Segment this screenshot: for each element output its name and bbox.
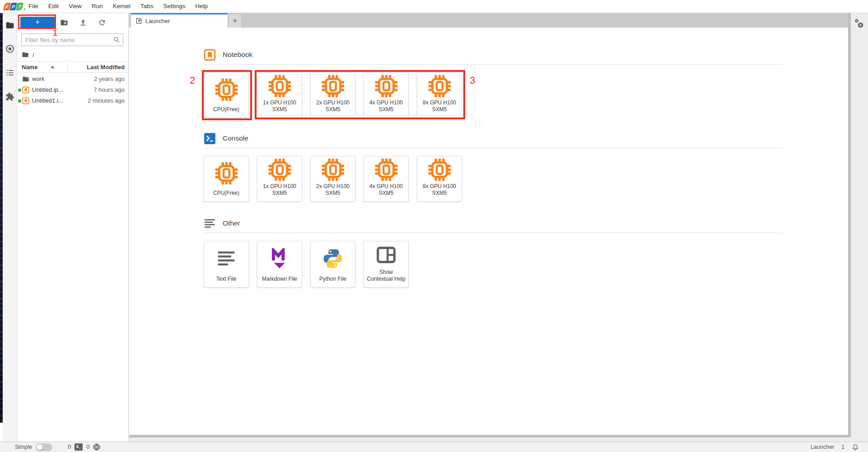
- launcher-card-console-8x-gpu-h100[interactable]: 8x GPU H100 SXM5: [417, 156, 462, 202]
- section-divider: [204, 148, 782, 148]
- menu-items: File Edit View Run Kernel Tabs Settings …: [23, 0, 213, 13]
- new-launcher-button[interactable]: +: [20, 17, 55, 28]
- file-row-untitled-ipynb[interactable]: Untitled.ip... 7 hours ago: [17, 85, 129, 95]
- menu-item-run[interactable]: Run: [87, 0, 108, 13]
- kernel-chip-icon[interactable]: [93, 443, 100, 451]
- cpu-chip-icon: [428, 73, 452, 99]
- card-label: 8x GPU H100 SXM5: [423, 183, 456, 197]
- sort-ascending-icon: [51, 66, 55, 68]
- settings-gears-button[interactable]: [854, 19, 866, 30]
- activity-bar: [3, 13, 17, 442]
- cpu-chip-icon: [428, 156, 452, 183]
- launcher-card-python-file[interactable]: Python File: [310, 241, 355, 287]
- file-browser-panel: + / Name Last Modified work 2 years ago …: [17, 13, 129, 442]
- column-header-name[interactable]: Name: [22, 64, 37, 71]
- launcher-tab-icon: [135, 18, 142, 24]
- right-sidebar-strip: [851, 13, 868, 442]
- launcher-card-console-4x-gpu-h100[interactable]: 4x GPU H100 SXM5: [364, 156, 409, 202]
- sidebar-tab-running-sessions[interactable]: [5, 44, 14, 53]
- section-title: Other: [223, 219, 240, 227]
- file-listing-header: Name Last Modified: [17, 61, 129, 73]
- cpu-chip-icon: [268, 156, 292, 183]
- tab-label: Launcher: [145, 18, 170, 24]
- card-label: Python File: [319, 276, 346, 283]
- filter-files-box: [21, 33, 123, 46]
- notebook-icon: [22, 97, 29, 104]
- column-header-last-modified[interactable]: Last Modified: [87, 64, 125, 71]
- markdown-icon: [270, 241, 289, 276]
- bell-icon[interactable]: [852, 443, 859, 451]
- contextual-help-icon: [376, 241, 396, 269]
- running-kernel-dot: [18, 89, 21, 92]
- menu-item-help[interactable]: Help: [190, 0, 213, 13]
- card-label: 4x GPU H100 SXM5: [369, 183, 403, 197]
- card-label: 8x GPU H100 SXM5: [423, 99, 456, 113]
- launcher-card-console-1x-gpu-h100[interactable]: 1x GPU H100 SXM5: [257, 156, 302, 202]
- cpu-chip-icon: [321, 156, 345, 183]
- section-header-console: Console: [204, 132, 782, 145]
- gear-icon: [857, 22, 864, 28]
- card-label: 4x GPU H100 SXM5: [369, 99, 403, 113]
- notebook-icon: [22, 86, 29, 94]
- card-label: Show Contextual Help: [367, 269, 405, 283]
- cpu-chip-icon: [215, 73, 238, 106]
- menu-item-view[interactable]: View: [64, 0, 87, 13]
- card-label: 2x GPU H100 SXM5: [316, 99, 350, 113]
- file-name: Untitled1.i...: [32, 97, 63, 104]
- sidebar-tab-file-browser[interactable]: [5, 21, 14, 30]
- filter-files-input[interactable]: [22, 37, 113, 43]
- launcher-card-notebook-2x-gpu-h100[interactable]: 2x GPU H100 SXM5: [310, 72, 355, 118]
- sidebar-tab-extensions[interactable]: [5, 92, 14, 101]
- column-divider: [67, 63, 68, 72]
- launcher-card-console-2x-gpu-h100[interactable]: 2x GPU H100 SXM5: [310, 156, 355, 202]
- file-modified: 7 hours ago: [93, 86, 125, 93]
- launcher-card-text-file[interactable]: Text File: [204, 241, 249, 287]
- menu-item-kernel[interactable]: Kernel: [108, 0, 135, 13]
- simple-mode-label: Simple: [15, 444, 32, 450]
- notification-count: 1: [841, 444, 845, 450]
- new-folder-button[interactable]: [60, 19, 68, 27]
- simple-mode-toggle[interactable]: [36, 443, 52, 451]
- upload-button[interactable]: [79, 19, 87, 27]
- menu-item-edit[interactable]: Edit: [43, 0, 64, 13]
- menu-item-settings[interactable]: Settings: [158, 0, 190, 13]
- breadcrumb-root: /: [33, 52, 34, 58]
- card-label: Markdown File: [262, 276, 297, 283]
- launcher-card-notebook-8x-gpu-h100[interactable]: 8x GPU H100 SXM5: [417, 72, 462, 118]
- card-label: 1x GPU H100 SXM5: [263, 183, 296, 197]
- launcher-card-notebook-cpu-free[interactable]: CPU(Free): [204, 72, 249, 118]
- card-label: Text File: [216, 276, 237, 283]
- folder-icon: [22, 75, 29, 83]
- launcher-card-notebook-4x-gpu-h100[interactable]: 4x GPU H100 SXM5: [364, 72, 409, 118]
- launcher-card-show-contextual-help[interactable]: Show Contextual Help: [364, 241, 409, 287]
- text-file-icon: [216, 241, 236, 276]
- card-label: CPU(Free): [213, 190, 239, 197]
- file-row-work[interactable]: work 2 years ago: [17, 74, 129, 85]
- sidebar-tab-table-of-contents[interactable]: [5, 68, 14, 77]
- file-name: work: [32, 75, 44, 82]
- breadcrumb[interactable]: /: [22, 51, 34, 59]
- search-icon: [113, 36, 120, 43]
- launcher-card-notebook-1x-gpu-h100[interactable]: 1x GPU H100 SXM5: [257, 72, 302, 118]
- logo-letter-t: T: [16, 3, 23, 10]
- menu-item-tabs[interactable]: Tabs: [135, 0, 159, 13]
- home-folder-icon: [22, 51, 29, 58]
- refresh-button[interactable]: [98, 19, 106, 27]
- tab-launcher[interactable]: Launcher: [131, 13, 228, 28]
- python-icon: [322, 241, 344, 276]
- dock-gap: [129, 438, 851, 442]
- logo-dot: [24, 9, 25, 10]
- status-bar-right: Launcher 1: [811, 443, 859, 451]
- launcher-card-console-cpu-free[interactable]: CPU(Free): [204, 156, 249, 202]
- menu-item-file[interactable]: File: [23, 0, 43, 13]
- cpu-chip-icon: [321, 73, 345, 99]
- terminal-icon[interactable]: $_: [75, 443, 83, 451]
- section-title: Console: [223, 134, 248, 142]
- add-tab-button[interactable]: +: [229, 14, 241, 28]
- other-cards: Text File Markdown File Python File Show…: [204, 241, 782, 287]
- launcher-card-markdown-file[interactable]: Markdown File: [257, 241, 302, 287]
- file-row-untitled1-ipynb[interactable]: Untitled1.i... 2 minutes ago: [17, 95, 129, 106]
- status-bar: Simple 0 $_ 0 Launcher 1: [0, 442, 868, 452]
- text-lines-icon: [204, 217, 216, 230]
- toggle-knob: [37, 444, 42, 450]
